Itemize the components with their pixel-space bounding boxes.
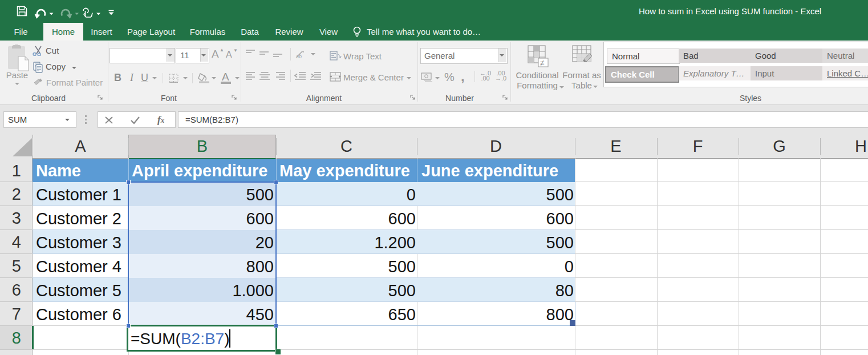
- svg-text:ab: ab: [296, 54, 302, 59]
- svg-text:≠: ≠: [540, 58, 545, 67]
